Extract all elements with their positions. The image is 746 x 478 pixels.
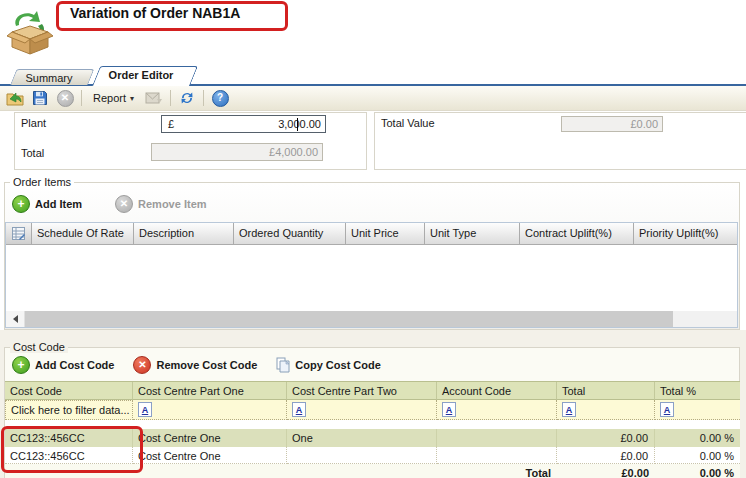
refresh-icon — [179, 90, 195, 106]
save-icon — [32, 90, 48, 106]
cell-part-one[interactable]: Cost Centre One — [133, 429, 287, 447]
order-values-groupbox: Plant £ 3,000.00 Total £4,000.00 — [14, 112, 367, 170]
add-cost-code-button[interactable]: + Add Cost Code — [8, 354, 118, 376]
tab-order-editor-label: Order Editor — [92, 66, 190, 81]
column-header-total[interactable]: Total — [557, 382, 655, 400]
cell-total[interactable]: £0.00 — [557, 447, 655, 464]
cost-code-grid: Cost Code Cost Centre Part One Cost Cent… — [5, 381, 740, 478]
cell-part-two[interactable] — [287, 447, 437, 464]
plant-value-input[interactable]: £ 3,000.00 — [161, 115, 326, 133]
copy-cost-code-button[interactable]: Copy Cost Code — [272, 355, 385, 375]
cost-code-filter-row: Click here to filter data... A A A A A — [5, 400, 740, 420]
currency-symbol: £ — [162, 118, 174, 130]
summary-spacer — [287, 464, 437, 478]
summary-spacer — [5, 464, 133, 478]
column-header-account-code[interactable]: Account Code — [437, 382, 557, 400]
cell-account-code[interactable] — [437, 429, 557, 447]
cost-code-group-label: Cost Code — [10, 341, 68, 353]
column-header-priority-uplift[interactable]: Priority Uplift(%) — [634, 223, 737, 244]
cell-account-code[interactable] — [437, 447, 557, 464]
filter-cell-part-two[interactable]: A — [287, 400, 437, 420]
mail-icon — [145, 91, 163, 105]
filter-type-icon[interactable]: A — [442, 402, 456, 417]
cell-part-two[interactable]: One — [287, 429, 437, 447]
total-value-groupbox: Total Value £0.00 — [374, 112, 746, 170]
cancel-button: ✕ — [56, 89, 74, 107]
column-header-cost-centre-part-two[interactable]: Cost Centre Part Two — [287, 382, 437, 400]
column-header-schedule-of-rate[interactable]: Schedule Of Rate — [32, 223, 134, 244]
summary-total-label: Total — [437, 464, 557, 478]
copy-document-icon — [276, 357, 290, 373]
total-value-amount-readonly-field: £0.00 — [561, 116, 663, 132]
horizontal-scrollbar[interactable] — [6, 311, 737, 327]
column-header-unit-price[interactable]: Unit Price — [346, 223, 425, 244]
add-cost-code-label: Add Cost Code — [35, 359, 114, 371]
plant-label: Plant — [21, 117, 46, 129]
filter-cell-cost-code[interactable]: Click here to filter data... — [5, 400, 133, 420]
column-header-description[interactable]: Description — [134, 223, 234, 244]
order-items-grid: Schedule Of Rate Description Ordered Qua… — [5, 222, 738, 328]
help-button[interactable]: ? — [211, 89, 229, 107]
filter-type-icon[interactable]: A — [562, 402, 576, 417]
report-dropdown-button[interactable]: Report ▾ — [89, 90, 138, 106]
remove-item-label: Remove Item — [138, 198, 206, 210]
cost-code-summary-row: Total £0.00 0.00 % — [5, 464, 740, 478]
total-value-amount: £0.00 — [562, 118, 662, 130]
toolbar-separator — [170, 90, 171, 106]
save-button[interactable] — [31, 89, 49, 107]
cost-code-row[interactable]: CC123::456CC Cost Centre One £0.00 0.00 … — [5, 447, 740, 464]
page-title: Variation of Order NAB1A — [70, 5, 240, 21]
help-icon: ? — [212, 90, 229, 107]
filter-cell-part-one[interactable]: A — [133, 400, 287, 420]
column-header-cost-centre-part-one[interactable]: Cost Centre Part One — [133, 382, 287, 400]
filter-cell-account-code[interactable]: A — [437, 400, 557, 420]
total-value-readonly-field: £4,000.00 — [151, 143, 323, 161]
summary-spacer — [133, 464, 287, 478]
navigate-back-button[interactable] — [6, 89, 24, 107]
order-items-empty-body[interactable] — [6, 245, 737, 311]
row-selector-header-button[interactable] — [6, 223, 32, 244]
text-caret — [297, 118, 298, 131]
grid-properties-icon — [12, 227, 25, 240]
tab-summary[interactable]: Summary — [10, 69, 88, 85]
column-header-unit-type[interactable]: Unit Type — [425, 223, 520, 244]
column-header-contract-uplift[interactable]: Contract Uplift(%) — [520, 223, 634, 244]
remove-cost-code-button[interactable]: ✕ Remove Cost Code — [129, 354, 261, 376]
toolbar-separator — [81, 90, 82, 106]
remove-item-button: ✕ Remove Item — [111, 193, 210, 215]
filter-type-icon[interactable]: A — [660, 402, 674, 417]
package-variation-icon — [6, 8, 54, 56]
filter-cell-total[interactable]: A — [557, 400, 655, 420]
total-value-label: Total Value — [381, 117, 435, 129]
tab-order-editor[interactable]: Order Editor — [92, 66, 190, 86]
plant-value: 3,000.00 — [174, 118, 325, 130]
cell-part-one[interactable]: Cost Centre One — [133, 447, 287, 464]
column-header-ordered-quantity[interactable]: Ordered Quantity — [234, 223, 346, 244]
filter-cell-total-percent[interactable]: A — [655, 400, 740, 420]
scrollbar-thumb[interactable] — [25, 311, 673, 327]
column-header-cost-code[interactable]: Cost Code — [5, 382, 133, 400]
report-label: Report — [93, 92, 126, 104]
remove-icon: ✕ — [133, 356, 151, 374]
filter-type-icon[interactable]: A — [138, 402, 152, 417]
order-items-header-row: Schedule Of Rate Description Ordered Qua… — [6, 223, 737, 245]
refresh-button[interactable] — [178, 89, 196, 107]
order-items-buttons: + Add Item ✕ Remove Item — [8, 193, 211, 215]
tab-summary-label: Summary — [10, 69, 88, 84]
cell-total-percent[interactable]: 0.00 % — [655, 429, 740, 447]
email-report-button — [145, 89, 163, 107]
cost-code-buttons: + Add Cost Code ✕ Remove Cost Code Copy … — [8, 354, 385, 376]
scroll-left-button[interactable] — [6, 311, 25, 327]
dropdown-arrow-icon: ▾ — [130, 94, 134, 103]
add-item-button[interactable]: + Add Item — [8, 193, 86, 215]
cell-cost-code[interactable]: CC123::456CC — [5, 447, 133, 464]
cost-code-row[interactable]: CC123::456CC Cost Centre One One £0.00 0… — [5, 429, 740, 447]
column-header-total-percent[interactable]: Total % — [655, 382, 740, 400]
add-icon: + — [12, 195, 30, 213]
scroll-left-arrow-icon — [13, 315, 18, 323]
cell-cost-code[interactable]: CC123::456CC — [5, 429, 133, 447]
filter-type-icon[interactable]: A — [292, 402, 306, 417]
copy-cost-code-label: Copy Cost Code — [295, 359, 381, 371]
cell-total[interactable]: £0.00 — [557, 429, 655, 447]
cell-total-percent[interactable]: 0.00 % — [655, 447, 740, 464]
